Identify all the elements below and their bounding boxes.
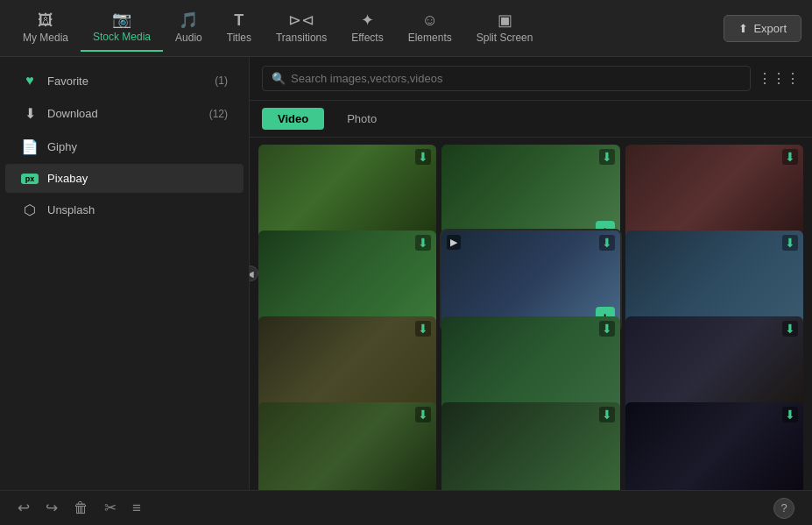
sidebar-favorite-label: Favorite: [47, 74, 206, 88]
sidebar-item-favorite[interactable]: ♥ Favorite (1): [5, 65, 244, 96]
menu-button[interactable]: ≡: [132, 500, 141, 517]
video-type-icon-5: ▶: [447, 235, 461, 250]
nav-elements[interactable]: ☺ Elements: [396, 5, 464, 51]
sidebar: ♥ Favorite (1) ⬇ Download (12) 📄 Giphy p…: [0, 57, 250, 490]
sidebar-favorite-count: (1): [215, 74, 228, 87]
sidebar-giphy-label: Giphy: [47, 140, 228, 153]
help-button[interactable]: ?: [773, 498, 794, 519]
main-layout: ♥ Favorite (1) ⬇ Download (12) 📄 Giphy p…: [0, 57, 812, 490]
titles-icon: T: [234, 12, 244, 28]
transitions-icon: ⊳⊲: [288, 12, 314, 28]
media-thumb-12[interactable]: ⬇: [625, 402, 803, 490]
download-icon-9: ⬇: [782, 321, 798, 337]
nav-stock-media-label: Stock Media: [93, 31, 151, 43]
pixabay-icon: px: [21, 174, 39, 184]
effects-icon: ✦: [361, 12, 374, 28]
unsplash-icon: ⬡: [21, 202, 39, 218]
download-icon-8: ⬇: [599, 321, 615, 337]
cut-button[interactable]: ✂: [104, 499, 117, 517]
sidebar-item-pixabay[interactable]: px Pixabay: [5, 164, 244, 193]
tab-video[interactable]: Video: [262, 108, 324, 130]
nav-titles[interactable]: T Titles: [215, 5, 264, 51]
stock-media-icon: 📷: [112, 11, 131, 27]
bottom-bar: ↩ ↪ 🗑 ✂ ≡ ?: [0, 490, 812, 525]
nav-titles-label: Titles: [227, 32, 251, 44]
download-icon: ⬇: [21, 105, 39, 122]
audio-icon: 🎵: [179, 12, 198, 28]
giphy-icon: 📄: [21, 138, 39, 155]
download-icon-7: ⬇: [415, 321, 431, 337]
tab-photo[interactable]: Photo: [331, 108, 392, 130]
download-icon-11: ⬇: [599, 407, 615, 422]
sidebar-item-unsplash[interactable]: ⬡ Unsplash: [5, 194, 244, 226]
export-icon: ⬆: [738, 22, 748, 35]
nav-my-media[interactable]: 🖼 My Media: [11, 5, 81, 51]
redo-button[interactable]: ↪: [46, 499, 58, 517]
nav-elements-label: Elements: [408, 32, 452, 44]
nav-split-screen[interactable]: ▣ Split Screen: [464, 5, 546, 51]
sidebar-item-download[interactable]: ⬇ Download (12): [5, 97, 244, 130]
nav-audio-label: Audio: [175, 32, 202, 44]
sidebar-download-label: Download: [47, 107, 201, 120]
search-input[interactable]: [291, 72, 741, 85]
content-wrapper: ◀ 🔍 ⋮⋮⋮ Video Photo ⬇: [250, 57, 812, 490]
download-icon-12: ⬇: [782, 407, 798, 422]
download-icon-6: ⬇: [782, 235, 798, 251]
nav-my-media-label: My Media: [23, 32, 68, 44]
my-media-icon: 🖼: [38, 12, 53, 28]
media-thumb-10[interactable]: ⬇: [258, 402, 436, 490]
download-icon-5: ⬇: [599, 235, 615, 251]
media-grid: ⬇ ⬇ + ⬇ ⬇: [250, 138, 812, 490]
export-label: Export: [753, 22, 787, 35]
media-thumb-11[interactable]: ⬇: [441, 402, 619, 490]
download-icon-3: ⬇: [782, 149, 798, 165]
sidebar-unsplash-label: Unsplash: [47, 203, 228, 216]
top-nav: 🖼 My Media 📷 Stock Media 🎵 Audio T Title…: [0, 0, 812, 57]
delete-button[interactable]: 🗑: [74, 500, 88, 517]
nav-split-screen-label: Split Screen: [477, 32, 533, 44]
nav-transitions[interactable]: ⊳⊲ Transitions: [264, 5, 339, 51]
favorite-icon: ♥: [21, 73, 39, 89]
download-icon-4: ⬇: [415, 235, 431, 251]
sidebar-pixabay-label: Pixabay: [47, 172, 228, 185]
export-button[interactable]: ⬆ Export: [724, 15, 801, 42]
sidebar-download-count: (12): [209, 108, 228, 120]
thumb-detail-11: ⬇: [441, 402, 619, 490]
download-icon-1: ⬇: [415, 149, 431, 165]
search-input-wrap[interactable]: 🔍: [262, 66, 751, 91]
thumb-detail-12: ⬇: [625, 402, 803, 490]
grid-view-icon[interactable]: ⋮⋮⋮: [758, 70, 800, 87]
nav-stock-media[interactable]: 📷 Stock Media: [81, 4, 163, 52]
nav-transitions-label: Transitions: [276, 32, 327, 44]
download-icon-10: ⬇: [415, 407, 431, 422]
elements-icon: ☺: [422, 12, 438, 28]
thumb-detail-10: ⬇: [258, 402, 436, 490]
nav-effects-label: Effects: [351, 32, 383, 44]
search-bar: 🔍 ⋮⋮⋮: [250, 57, 812, 101]
sidebar-item-giphy[interactable]: 📄 Giphy: [5, 131, 244, 163]
content-area: 🔍 ⋮⋮⋮ Video Photo ⬇: [250, 57, 812, 490]
search-icon: 🔍: [272, 72, 286, 85]
nav-audio[interactable]: 🎵 Audio: [163, 5, 215, 51]
undo-button[interactable]: ↩: [18, 499, 30, 517]
help-label: ?: [780, 501, 787, 514]
download-icon-2: ⬇: [599, 149, 615, 165]
nav-effects[interactable]: ✦ Effects: [339, 5, 395, 51]
split-screen-icon: ▣: [498, 12, 512, 28]
tab-row: Video Photo: [250, 101, 812, 138]
